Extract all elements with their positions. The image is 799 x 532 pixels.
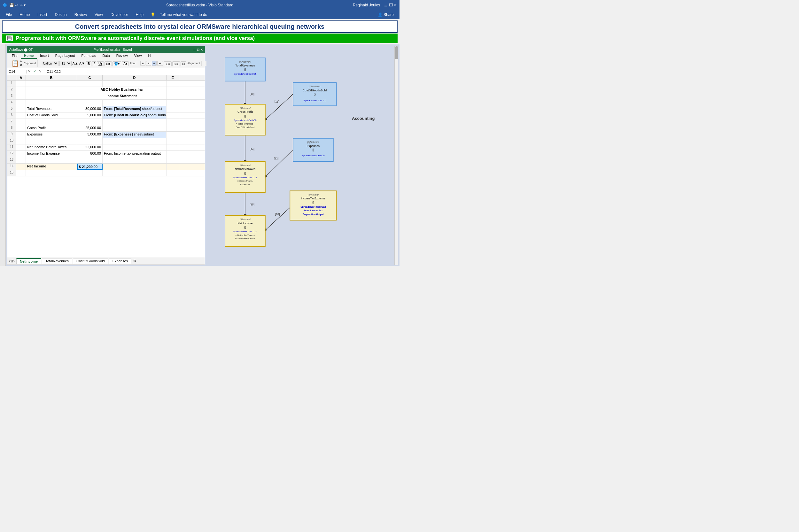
cell-a6[interactable]	[16, 112, 26, 118]
align-left-icon[interactable]: ≡	[140, 61, 146, 66]
paste-button[interactable]: 📋	[11, 59, 19, 67]
cell-b2[interactable]	[26, 87, 77, 93]
cell-a12[interactable]	[16, 151, 26, 157]
font-grow-icon[interactable]: A▲	[73, 61, 78, 65]
cell-c13[interactable]	[77, 157, 102, 163]
cell-c5[interactable]: 30,000.00	[77, 106, 102, 112]
cell-a8[interactable]	[16, 125, 26, 131]
cell-d7[interactable]	[102, 119, 167, 125]
cell-e10[interactable]	[167, 138, 179, 144]
excel-tab-pagelayout[interactable]: Page Layout	[52, 53, 78, 59]
menu-view[interactable]: View	[91, 12, 106, 18]
cell-c8[interactable]: 25,000.00	[77, 125, 102, 131]
cell-a7[interactable]	[16, 119, 26, 125]
cell-e1[interactable]	[167, 80, 179, 87]
formula-input[interactable]: =C11-C12	[43, 70, 205, 74]
cell-e6[interactable]	[167, 112, 179, 118]
next-sheet-icon[interactable]: ▷	[13, 259, 15, 263]
cell-d9[interactable]: From: [Expenses] sheet/subnet	[102, 132, 167, 138]
col-e-header[interactable]: E	[167, 75, 179, 80]
menu-design[interactable]: Design	[52, 12, 70, 18]
cell-b10[interactable]	[26, 138, 77, 144]
formula-accept-icon[interactable]: ✓	[32, 69, 37, 74]
fill-button[interactable]: 🪣▾	[113, 61, 121, 66]
cell-d5[interactable]: From: [TotalRevenues] sheet/subnet	[102, 106, 167, 112]
menu-home[interactable]: Home	[16, 12, 33, 18]
cell-d12[interactable]: From: Income tax preparation output	[102, 151, 167, 157]
cell-a4[interactable]	[16, 100, 26, 106]
menu-review[interactable]: Review	[71, 12, 90, 18]
indent-left-icon[interactable]: ◁≡	[164, 61, 172, 66]
cell-c14[interactable]: $ 21,200.00	[77, 164, 102, 170]
cell-d6[interactable]: From: [CostOfGoodsSold] sheet/subnet	[102, 112, 167, 118]
fontcolor-button[interactable]: A▾	[122, 61, 129, 66]
cell-e15[interactable]	[167, 170, 179, 176]
col-b-header[interactable]: B	[26, 75, 77, 80]
cell-e2[interactable]	[167, 87, 179, 93]
cell-d1[interactable]	[102, 80, 167, 87]
col-a-header[interactable]: A	[16, 75, 26, 80]
cell-b3[interactable]	[26, 93, 77, 99]
add-sheet-icon[interactable]: ⊕	[133, 259, 136, 263]
excel-tab-h[interactable]: H	[145, 53, 154, 59]
copy-icon[interactable]: ⧉	[20, 63, 23, 67]
cell-a3[interactable]	[16, 93, 26, 99]
cell-a1[interactable]	[16, 80, 26, 87]
prev-sheet-icon[interactable]: ◁	[8, 259, 11, 263]
excel-window-controls[interactable]: — ⊡ ✕	[193, 48, 203, 52]
cell-b4[interactable]	[26, 100, 77, 106]
cell-b11[interactable]: Net Income Before Taxes	[26, 145, 77, 151]
cut-icon[interactable]: ✂	[20, 60, 23, 63]
tell-me[interactable]: Tell me what you want to do	[157, 12, 210, 18]
excel-tab-formulas[interactable]: Formulas	[78, 53, 99, 59]
cell-b5[interactable]: Total Revenues	[26, 106, 77, 112]
menu-help[interactable]: Help	[133, 12, 147, 18]
cell-b7[interactable]	[26, 119, 77, 125]
cell-c7[interactable]	[77, 119, 102, 125]
col-d-header[interactable]: D	[102, 75, 167, 80]
save-icon[interactable]: 💾	[6, 36, 13, 41]
underline-button[interactable]: U▾	[97, 61, 104, 66]
col-c-header[interactable]: C	[77, 75, 102, 80]
cell-b9[interactable]: Expenses	[26, 132, 77, 138]
excel-tab-view[interactable]: View	[131, 53, 145, 59]
cell-b1[interactable]	[26, 80, 77, 87]
cell-c12[interactable]: 800.00	[77, 151, 102, 157]
indent-right-icon[interactable]: ▷≡	[172, 61, 180, 66]
excel-tab-data[interactable]: Data	[99, 53, 113, 59]
menu-file[interactable]: File	[3, 12, 15, 18]
font-select[interactable]: Calibri	[41, 61, 58, 66]
menu-insert[interactable]: Insert	[34, 12, 50, 18]
cell-b8[interactable]: Gross Profit	[26, 125, 77, 131]
cell-b6[interactable]: Cost of Goods Sold	[26, 112, 77, 118]
sheet-tab-expenses[interactable]: Expenses	[109, 258, 131, 264]
excel-tab-review[interactable]: Review	[113, 53, 131, 59]
cell-d4[interactable]	[102, 100, 167, 106]
cell-e4[interactable]	[167, 100, 179, 106]
bold-button[interactable]: B	[86, 61, 91, 66]
cell-b14[interactable]: Net Income	[26, 164, 77, 170]
cell-b15[interactable]	[26, 170, 77, 176]
align-right-icon[interactable]: ≡	[152, 61, 157, 66]
cell-c1[interactable]	[77, 80, 102, 87]
cell-a9[interactable]	[16, 132, 26, 138]
cell-c15[interactable]	[77, 170, 102, 176]
cell-b13[interactable]	[26, 157, 77, 163]
cell-d10[interactable]	[102, 138, 167, 144]
wrap-text-icon[interactable]: ↵	[157, 61, 163, 66]
font-shrink-icon[interactable]: A▼	[79, 61, 85, 65]
fontsize-select[interactable]: 11	[59, 61, 72, 66]
cell-d11[interactable]	[102, 145, 167, 151]
cell-e8[interactable]	[167, 125, 179, 131]
cell-a10[interactable]	[16, 138, 26, 144]
cell-e9[interactable]	[167, 132, 179, 138]
cell-e7[interactable]	[167, 119, 179, 125]
cell-a11[interactable]	[16, 145, 26, 151]
cell-c2[interactable]: ABC Hobby Business Inc	[77, 87, 167, 93]
cell-e12[interactable]	[167, 151, 179, 157]
align-center-icon[interactable]: ≡	[146, 61, 151, 66]
cell-c6[interactable]: 5,000.00	[77, 112, 102, 118]
window-controls[interactable]: 🗕 🗖 ✕	[384, 3, 397, 7]
excel-tab-insert[interactable]: Insert	[37, 53, 52, 59]
vertical-scrollbar[interactable]	[394, 46, 398, 265]
